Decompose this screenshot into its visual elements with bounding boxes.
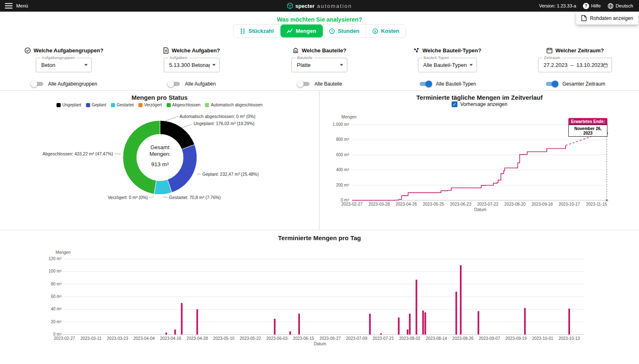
tab-label: Stückzahl: [248, 28, 274, 34]
legend-label: Ungeplant: [62, 103, 81, 107]
bar[interactable]: [425, 312, 426, 334]
legend-label: Gestartet: [117, 103, 134, 107]
bar[interactable]: [380, 333, 382, 334]
menu-label: Menü: [16, 3, 28, 8]
x-tick-label: 2023-10-01: [532, 336, 553, 341]
y-tick-label: 100 m³: [49, 269, 62, 273]
x-tick-label: 2023-11-15: [586, 202, 607, 207]
alle-bauteil-typen-switch[interactable]: [418, 80, 432, 88]
slice-label: Verzögert: 0 m³ (0%): [108, 195, 148, 200]
zeitraum-select[interactable]: Zeitraum 27.2.2023 – 13.10.2023: [538, 58, 612, 72]
alle-aufgaben-switch[interactable]: [167, 80, 181, 88]
legend-swatch: [138, 103, 143, 107]
alle-aufgabengruppen-switch[interactable]: [31, 80, 44, 88]
legend-label: Geplant: [92, 103, 106, 107]
bar[interactable]: [478, 311, 479, 334]
legend-item[interactable]: Automatisch abgeschlossen: [205, 103, 263, 107]
legend-item[interactable]: Ungeplant: [57, 103, 81, 107]
x-tick-label: 2023-04-16: [160, 336, 182, 341]
cluster-dots-icon: [413, 47, 420, 54]
vorhersage-checkbox[interactable]: ✓: [452, 101, 457, 107]
label-leader-line: [182, 124, 192, 128]
aufgabengruppen-select[interactable]: Aufgabengruppen Beton: [36, 58, 92, 72]
switch-knob: [167, 81, 174, 87]
bar[interactable]: [407, 330, 408, 334]
x-axis-title: Datum: [314, 342, 326, 346]
bar[interactable]: [197, 309, 198, 334]
bar[interactable]: [274, 319, 275, 334]
series-line[interactable]: [352, 145, 565, 200]
bar[interactable]: [415, 280, 417, 334]
bar[interactable]: [369, 314, 371, 334]
bar[interactable]: [174, 330, 176, 334]
legend-item[interactable]: Gestartet: [111, 103, 134, 107]
bar[interactable]: [181, 303, 182, 334]
x-tick-label: 2023-06-03: [266, 336, 288, 341]
bar[interactable]: [165, 332, 167, 334]
legend-swatch: [86, 103, 90, 107]
x-tick-label: 2023-06-15: [293, 336, 315, 341]
filter-question-label: Welcher Zeitraum?: [555, 47, 604, 54]
bar[interactable]: [524, 308, 526, 334]
legend-item[interactable]: Abgeschlossen: [167, 103, 201, 107]
chevron-down-icon: [212, 64, 216, 66]
bar[interactable]: [460, 265, 462, 334]
toggle-row: Alle Bauteil-Typen: [418, 80, 476, 88]
calendar-picker-icon[interactable]: [603, 62, 608, 68]
bar[interactable]: [398, 317, 400, 334]
alle-bauteile-switch[interactable]: [297, 80, 311, 88]
select-floating-label: Aufgaben: [168, 55, 189, 60]
x-tick-label: 2023-06-27: [320, 336, 341, 341]
legend-swatch: [167, 103, 171, 107]
x-tick-label: 2023-10-13: [558, 336, 580, 341]
filter-question-label: Welche Aufgaben?: [172, 47, 220, 54]
slice-label: Geplant: 232,47 m³ (25.48%): [202, 172, 258, 177]
tab-label: Stunden: [338, 28, 359, 34]
tab-mengen[interactable]: Mengen: [280, 25, 323, 37]
bar[interactable]: [568, 309, 570, 334]
x-tick-label: 2023-03-28: [369, 202, 390, 207]
bauteil-typen-select[interactable]: Bauteil-Typen Alle Bauteil-Typen: [418, 58, 477, 72]
select-value: Platte: [297, 62, 337, 68]
y-tick-label: 80 m³: [51, 282, 61, 286]
legend-label: Automatisch abgeschlossen: [211, 103, 263, 107]
filter-question: Welche Aufgaben?: [163, 47, 220, 54]
help-button[interactable]: ? Hilfe: [583, 3, 601, 9]
x-tick-label: 2023-08-20: [504, 202, 526, 207]
switch-knob: [297, 81, 304, 87]
bar[interactable]: [422, 310, 424, 334]
x-tick-label: 2023-08-26: [452, 336, 474, 341]
slice-label: Ungeplant: 176,03 m³ (19.29%): [194, 121, 255, 126]
label-leader-line: [115, 154, 121, 154]
x-tick-label: 2023-09-18: [531, 202, 553, 207]
donut-slice[interactable]: [167, 145, 197, 192]
aufgaben-select[interactable]: Aufgaben 5.13.300 Betonag...: [164, 58, 220, 72]
tab-stueckzahl[interactable]: Stückzahl: [233, 25, 280, 37]
annotation-header: Erwartetes Ende:: [568, 118, 607, 125]
chevron-down-icon: [340, 64, 343, 66]
bar[interactable]: [290, 331, 291, 334]
svg-text:$: $: [374, 29, 376, 33]
raw-data-menu-item[interactable]: Rohdaten anzeigen: [576, 12, 638, 25]
bar[interactable]: [409, 314, 410, 334]
bar[interactable]: [455, 292, 457, 334]
legend-item[interactable]: Verzögert: [138, 103, 162, 107]
donut-slice[interactable]: [123, 121, 160, 194]
menu-button[interactable]: Menü: [5, 3, 28, 9]
bauteile-select[interactable]: Bauteile Platte: [291, 58, 347, 72]
vorhersage-checkbox-label: Vorhersage anzeigen: [460, 101, 507, 107]
globe-icon: [607, 3, 614, 9]
language-button[interactable]: Deutsch: [607, 3, 633, 9]
legend-item[interactable]: Geplant: [86, 103, 106, 107]
gesamter-zeitraum-switch[interactable]: [545, 80, 558, 88]
tab-stunden[interactable]: Stunden: [323, 25, 366, 37]
donut-legend: UngeplantGeplantGestartetVerzögertAbgesc…: [0, 103, 319, 107]
tab-kosten[interactable]: $ Kosten: [366, 25, 406, 37]
bar[interactable]: [298, 314, 300, 334]
filter-aufgabengruppen: Welche Aufgabengruppen? Aufgabengruppen …: [0, 44, 128, 90]
x-tick-label: 2023-09-07: [479, 336, 501, 341]
x-tick-label: 2023-04-04: [133, 336, 155, 341]
slice-label: Gestartet: 70,8 m³ (7.76%): [169, 195, 221, 200]
daily-bar-panel: Terminierte Mengen pro Tag 0 m³20 m³40 m…: [0, 230, 639, 364]
legend-label: Verzögert: [144, 103, 162, 107]
